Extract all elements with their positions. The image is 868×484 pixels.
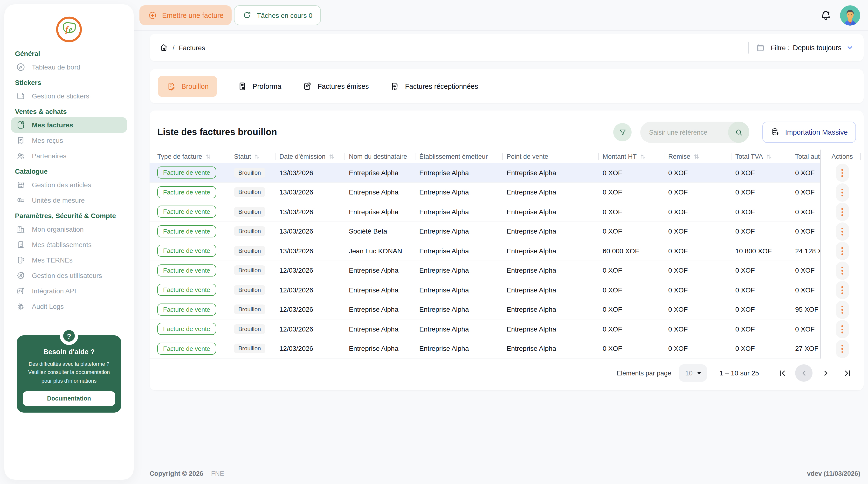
sidebar-item-partenaires[interactable]: Partenaires: [11, 148, 127, 163]
table-row[interactable]: Facture de venteBrouillon12/03/2026Entre…: [150, 339, 820, 359]
cell-nom: Entreprise Alpha: [349, 169, 419, 177]
avatar[interactable]: [840, 5, 860, 25]
tab-proforma[interactable]: Proforma: [237, 75, 282, 97]
sidebar-item-label: Gestion des articles: [32, 181, 91, 189]
table-row[interactable]: Facture de venteBrouillon13/03/2026Entre…: [150, 163, 820, 183]
previous-page-button[interactable]: [795, 364, 812, 382]
mass-import-button[interactable]: Importation Massive: [763, 122, 856, 143]
tasks-in-progress-button[interactable]: Tâches en cours 0: [234, 5, 321, 25]
column-header-etablissement-emetteur: Établissement émetteur: [419, 153, 507, 160]
app-window: fe GénéralTableau de bordStickersGestion…: [0, 0, 868, 484]
sidebar-item-mes-recus[interactable]: Mes reçus: [11, 133, 127, 148]
row-actions-button[interactable]: [835, 242, 849, 260]
documentation-button[interactable]: Documentation: [23, 392, 115, 406]
invoice-type-badge: Facture de vente: [157, 167, 216, 179]
column-header-actions: Actions: [821, 150, 864, 163]
sidebar-item-gestion-des-utilisateurs[interactable]: Gestion des utilisateurs: [11, 268, 127, 283]
cell-remise: 0 XOF: [668, 325, 735, 333]
table-row[interactable]: Facture de venteBrouillon12/03/2026Entre…: [150, 261, 820, 280]
column-header-montant-ht[interactable]: Montant HT: [602, 153, 668, 160]
row-actions-button[interactable]: [835, 262, 849, 280]
header-divider: [664, 153, 664, 160]
date-filter[interactable]: Filtre : Depuis toujours: [748, 42, 854, 53]
cell-date: 12/03/2026: [279, 306, 349, 313]
next-page-button[interactable]: [817, 364, 834, 382]
column-header-statut[interactable]: Statut: [234, 153, 279, 160]
cell-etablissement: Entreprise Alpha: [419, 325, 507, 333]
tab-label: Proforma: [253, 82, 281, 90]
bell-icon: [820, 9, 832, 22]
tab-brouillon[interactable]: Brouillon: [158, 75, 217, 97]
table-row[interactable]: Facture de venteBrouillon13/03/2026Socié…: [150, 222, 820, 241]
row-actions-button[interactable]: [835, 320, 849, 338]
column-header-total-tva[interactable]: Total TVA: [735, 153, 795, 160]
calendar-icon: [756, 43, 766, 52]
column-header-remise[interactable]: Remise: [668, 153, 735, 160]
cell-etablissement: Entreprise Alpha: [419, 169, 507, 177]
column-header-date-d-emission[interactable]: Date d'émission: [279, 153, 349, 160]
last-page-button[interactable]: [839, 364, 856, 382]
sidebar-item-mon-organisation[interactable]: Mon organisation: [11, 221, 127, 237]
sidebar-item-integration-api[interactable]: Intégration API: [11, 283, 127, 299]
filter-button[interactable]: [614, 123, 632, 141]
sidebar-item-label: Partenaires: [32, 152, 66, 160]
first-page-button[interactable]: [773, 364, 791, 382]
first-page-icon: [778, 368, 787, 377]
per-page-select[interactable]: 10: [679, 364, 707, 382]
home-breadcrumb-button[interactable]: [159, 43, 168, 52]
invoice-type-badge: Facture de vente: [157, 186, 216, 198]
cell-etablissement: Entreprise Alpha: [419, 345, 507, 353]
table-row[interactable]: Facture de venteBrouillon13/03/2026Entre…: [150, 183, 820, 202]
cell-point-de-vente: Entreprise Alpha: [507, 325, 602, 333]
sidebar-item-label: Mes factures: [32, 121, 73, 129]
receipt-icon: [16, 135, 26, 145]
sidebar-item-mes-ternes[interactable]: Mes TERNEs: [11, 252, 127, 268]
column-header-type-de-facture[interactable]: Type de facture: [157, 153, 234, 160]
sidebar-item-mes-factures[interactable]: Mes factures: [11, 117, 127, 133]
cell-remise: 0 XOF: [668, 228, 735, 235]
sidebar-item-tableau-de-bord[interactable]: Tableau de bord: [11, 59, 127, 75]
cell-point-de-vente: Entreprise Alpha: [507, 247, 602, 255]
emit-invoice-button[interactable]: Emettre une facture: [140, 5, 232, 25]
row-actions-button[interactable]: [835, 281, 849, 299]
footer: Copyright © 2026– FNE vdev (11/03/2026): [150, 469, 860, 478]
breadcrumb-page: Factures: [179, 44, 205, 51]
cell-date: 12/03/2026: [279, 286, 349, 294]
cell-date: 13/03/2026: [279, 247, 349, 255]
cell-point-de-vente: Entreprise Alpha: [507, 286, 602, 294]
cell-nom: Entreprise Alpha: [349, 286, 419, 294]
row-actions-button[interactable]: [835, 222, 849, 241]
table-row[interactable]: Facture de venteBrouillon12/03/2026Entre…: [150, 280, 820, 300]
status-badge: Brouillon: [234, 324, 265, 334]
table-row[interactable]: Facture de venteBrouillon12/03/2026Entre…: [150, 300, 820, 320]
sidebar-item-gestion-des-articles[interactable]: Gestion des articles: [11, 177, 127, 192]
header-divider: [860, 153, 861, 160]
tab-factures-receptionnees[interactable]: Factures réceptionnées: [389, 75, 479, 97]
notifications-button[interactable]: [820, 9, 832, 22]
table-row[interactable]: Facture de venteBrouillon12/03/2026Entre…: [150, 320, 820, 339]
status-badge: Brouillon: [234, 207, 265, 217]
search-button[interactable]: [728, 122, 749, 143]
row-actions-button[interactable]: [835, 203, 849, 221]
row-actions-button[interactable]: [835, 301, 849, 319]
table-row[interactable]: Facture de venteBrouillon13/03/2026Entre…: [150, 202, 820, 222]
cell-type: Facture de vente: [157, 304, 234, 315]
sidebar-item-gestion-de-stickers[interactable]: Gestion de stickers: [11, 88, 127, 104]
cell-total-tva: 0 XOF: [735, 267, 795, 274]
sidebar-item-mes-etablissements[interactable]: Mes établissements: [11, 237, 127, 252]
organization-icon: [16, 224, 26, 234]
copyright-text: Copyright © 2026: [150, 470, 203, 477]
header-divider: [502, 153, 503, 160]
tab-factures-emises[interactable]: Factures émises: [302, 75, 370, 97]
row-actions-button[interactable]: [835, 340, 849, 358]
cell-date: 12/03/2026: [279, 325, 349, 333]
invoice-check-icon: [16, 120, 26, 130]
row-actions-button[interactable]: [835, 183, 849, 202]
table-row[interactable]: Facture de venteBrouillon13/03/2026Jean …: [150, 241, 820, 261]
sidebar-item-unites-de-mesure[interactable]: Unités de mesure: [11, 192, 127, 208]
cell-nom: Entreprise Alpha: [349, 306, 419, 313]
sidebar-item-audit-logs[interactable]: Audit Logs: [11, 299, 127, 314]
row-actions-button[interactable]: [835, 164, 849, 182]
cell-etablissement: Entreprise Alpha: [419, 188, 507, 196]
cell-montant-ht: 0 XOF: [602, 325, 668, 333]
